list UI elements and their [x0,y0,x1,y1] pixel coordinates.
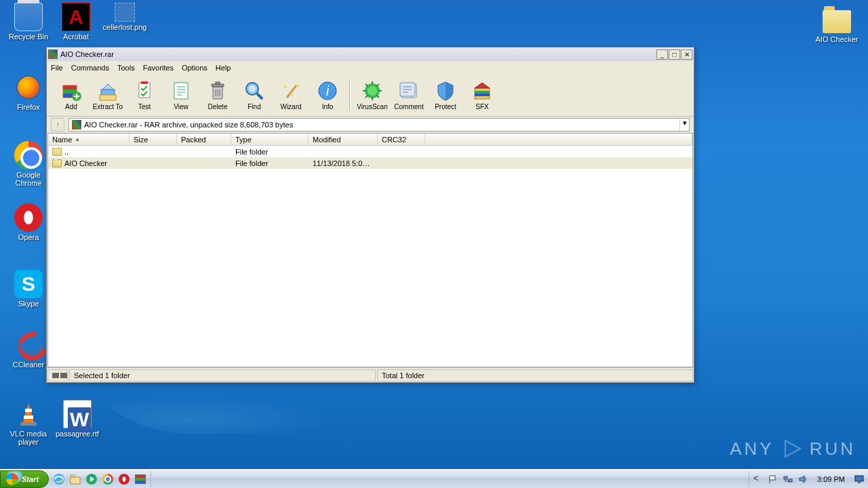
toolbar-view[interactable]: View [163,76,199,115]
toolbar-wizard[interactable]: Wizard [273,76,309,115]
firefox-icon [16,75,41,100]
list-row-aio-checker[interactable]: AIO Checker File folder 11/13/2018 5:0… [48,157,692,169]
desktop-icon-recycle-bin[interactable]: Recycle Bin [4,3,53,41]
tray-network-icon[interactable] [783,474,793,484]
menu-tools[interactable]: Tools [117,64,135,72]
column-crc32[interactable]: CRC32 [378,134,425,145]
tray-volume-icon[interactable] [798,474,808,484]
column-packed[interactable]: Packed [177,134,231,145]
menu-commands[interactable]: Commands [71,64,109,72]
menu-bar: File Commands Tools Favorites Options He… [47,61,694,75]
file-list: Name▲ Size Packed Type Modified CRC32 ..… [47,133,693,367]
quicklaunch-chrome[interactable] [100,472,115,487]
column-name[interactable]: Name▲ [48,134,130,145]
column-modified[interactable]: Modified [309,134,378,145]
quicklaunch-opera[interactable] [117,472,132,487]
word-doc-icon [63,400,92,428]
test-icon [134,80,155,102]
toolbar-test[interactable]: Test [127,76,162,115]
sfx-icon [471,80,493,102]
address-field[interactable]: AIO Checker.rar - RAR archive, unpacked … [68,118,690,131]
svg-rect-5 [63,85,77,89]
folder-icon [52,148,62,156]
minimize-button[interactable]: _ [656,49,668,60]
svg-rect-56 [784,476,787,479]
quicklaunch-mediaplayer[interactable] [84,472,99,487]
folder-icon [823,10,851,33]
windows-logo-icon [6,473,18,485]
column-size[interactable]: Size [130,134,177,145]
start-button[interactable]: Start [0,470,49,488]
toolbar-find[interactable]: Find [237,76,272,115]
svg-rect-59 [858,482,861,483]
svg-rect-11 [139,83,150,98]
desktop-icon-aio-folder[interactable]: AIO Checker [812,5,861,43]
vlc-icon [14,400,43,428]
menu-help[interactable]: Help [216,64,231,72]
menu-favorites[interactable]: Favorites [143,64,174,72]
svg-rect-58 [855,476,863,481]
list-row-parent[interactable]: .. File folder [48,146,692,157]
toolbar-sfx[interactable]: SFX [465,76,500,115]
toolbar-virusscan[interactable]: VirusScan [355,76,390,115]
svg-rect-48 [475,91,490,94]
svg-rect-13 [174,83,188,99]
svg-rect-1 [25,409,32,412]
quicklaunch-winrar[interactable] [133,472,148,487]
protect-icon [435,80,456,102]
svg-rect-52 [71,477,80,484]
titlebar[interactable]: AIO Checker.rar _ □ ✕ [47,47,694,61]
svg-line-38 [366,84,368,87]
toolbar-comment[interactable]: Comment [391,76,427,115]
find-icon [243,80,265,102]
svg-rect-10 [100,95,116,100]
sort-asc-icon: ▲ [75,136,80,142]
extract-icon [97,80,119,102]
ccleaner-icon [14,331,43,359]
desktop-icon-acrobat[interactable]: A Acrobat [52,3,100,41]
svg-text:i: i [326,83,330,98]
column-headers: Name▲ Size Packed Type Modified CRC32 [48,134,692,146]
toolbar-add[interactable]: Add [54,76,89,115]
address-dropdown-button[interactable]: ▾ [679,119,689,131]
svg-rect-20 [216,82,220,84]
status-mode-icons [47,369,68,382]
toolbar-info[interactable]: iInfo [310,76,345,115]
svg-line-39 [376,95,379,98]
toolbar-protect[interactable]: Protect [428,76,463,115]
tray-flag-icon[interactable] [768,474,778,484]
address-bar: ↑ AIO Checker.rar - RAR archive, unpacke… [47,117,694,133]
desktop-icon-passagree[interactable]: passagree.rtf [53,400,102,438]
column-type[interactable]: Type [231,134,309,145]
tray-expand-icon[interactable]: ᐸ [753,474,763,484]
svg-rect-53 [71,475,75,477]
menu-file[interactable]: File [51,64,63,72]
desktop-icon-vlc[interactable]: VLC media player [4,400,53,446]
folder-icon [52,159,62,167]
quick-launch [49,471,151,487]
opera-icon [14,203,43,232]
acrobat-icon: A [62,3,90,31]
recycle-bin-icon [14,3,43,31]
tray-monitor-icon[interactable] [854,474,864,484]
desktop-icon-label: Recycle Bin [4,33,53,41]
close-button[interactable]: ✕ [681,49,692,60]
menu-options[interactable]: Options [182,64,208,72]
toolbar-extract[interactable]: Extract To [90,76,125,115]
quicklaunch-explorer[interactable] [68,472,83,487]
quicklaunch-ie[interactable] [52,472,66,487]
up-button[interactable]: ↑ [51,118,64,131]
svg-line-26 [257,94,262,99]
address-text: AIO Checker.rar - RAR archive, unpacked … [84,121,293,129]
desktop-icon-cellerlost[interactable]: cellerlost.png [100,3,149,31]
svg-point-33 [368,86,377,96]
svg-marker-0 [23,403,34,422]
view-icon [170,80,192,102]
info-icon: i [317,80,338,102]
maximize-button[interactable]: □ [669,49,680,60]
status-total: Total 1 folder [377,369,693,382]
toolbar-delete[interactable]: Delete [200,76,235,115]
svg-point-25 [249,85,256,92]
taskbar-clock[interactable]: 3:09 PM [813,475,849,483]
svg-line-41 [376,84,379,87]
